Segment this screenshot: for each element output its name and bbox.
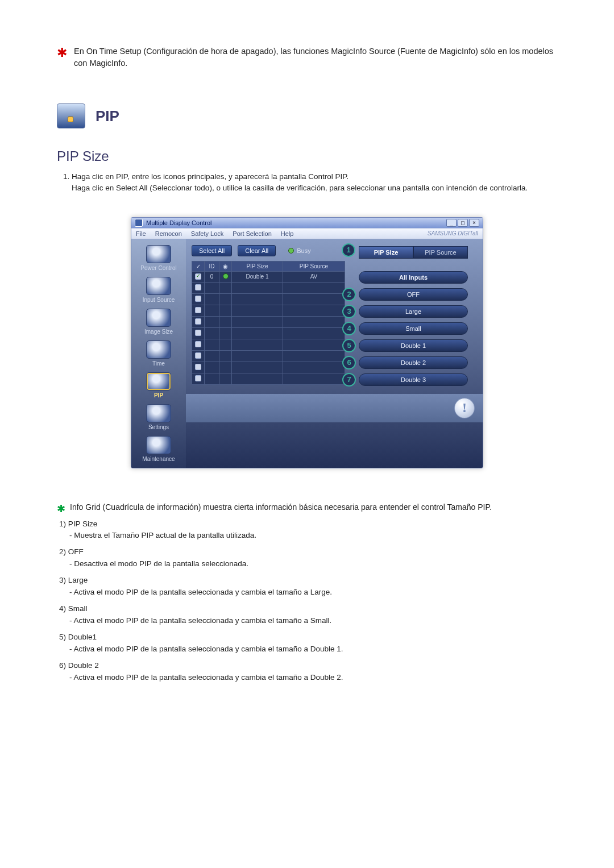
tab-pip-size[interactable]: PIP Size: [359, 246, 413, 259]
row-checkbox[interactable]: [195, 330, 201, 336]
sidebar-item-time[interactable]: Time: [136, 340, 181, 367]
row-pip-size: Double 1: [232, 271, 283, 282]
option-small[interactable]: 4 Small: [359, 322, 468, 335]
callout-2: 2: [342, 288, 356, 301]
heading-pip-text: PIP: [96, 107, 119, 125]
legend-desc: - Activa el modo PIP de la pantalla sele…: [59, 643, 557, 655]
sidebar-item-maintenance[interactable]: Maintenance: [136, 436, 181, 462]
legend-desc: - Activa el modo PIP de la pantalla sele…: [59, 587, 557, 599]
table-row[interactable]: [192, 305, 345, 316]
option-double2[interactable]: 6 Double 2: [359, 356, 468, 369]
alert-icon: !: [454, 398, 475, 418]
sidebar-label: Settings: [148, 424, 169, 430]
table-row[interactable]: [192, 282, 345, 293]
col-check: ✓: [192, 261, 205, 271]
option-off[interactable]: 2 OFF: [359, 288, 468, 301]
table-row[interactable]: [192, 350, 345, 362]
legend-desc: - Activa el modo PIP de la pantalla sele…: [59, 615, 557, 627]
option-label: Double 3: [401, 376, 426, 383]
busy-label: Busy: [297, 247, 310, 254]
sidebar-label: Input Source: [143, 297, 175, 303]
row-checkbox[interactable]: [195, 296, 201, 302]
busy-indicator: Busy: [288, 247, 310, 254]
maximize-button[interactable]: □: [458, 219, 468, 227]
info-grid: ✓ ID ◉ PIP Size PIP Source 0: [192, 261, 345, 385]
settings-icon: [146, 404, 171, 422]
table-row[interactable]: [192, 339, 345, 350]
option-label: Double 2: [401, 359, 426, 366]
sidebar-item-image-size[interactable]: Image Size: [136, 309, 181, 335]
table-row[interactable]: [192, 327, 345, 339]
table-row[interactable]: [192, 316, 345, 327]
menu-help[interactable]: Help: [281, 230, 294, 237]
option-double3[interactable]: 7 Double 3: [359, 373, 468, 386]
callout-1: 1: [342, 243, 355, 257]
legend-label: 4) Small: [59, 603, 557, 615]
close-button[interactable]: ×: [469, 219, 479, 227]
option-label: Small: [405, 325, 421, 332]
sidebar: Power Control Input Source Image Size Ti…: [131, 239, 186, 468]
sidebar-label: Maintenance: [142, 456, 175, 462]
row-checkbox[interactable]: [195, 273, 201, 280]
option-double1[interactable]: 5 Double 1: [359, 339, 468, 352]
heading-pip-size: PIP Size: [57, 148, 557, 164]
power-icon: [146, 245, 171, 263]
row-checkbox[interactable]: [195, 284, 201, 290]
clear-all-button[interactable]: Clear All: [238, 245, 276, 256]
top-note: ✱ En On Time Setup (Configuración de hor…: [57, 45, 557, 69]
option-label: OFF: [407, 291, 420, 298]
callout-6: 6: [342, 356, 356, 369]
intro-list: Haga clic en PIP, entre los iconos princ…: [57, 171, 557, 194]
sidebar-label: Time: [152, 360, 165, 367]
menu-file[interactable]: File: [136, 230, 146, 237]
maintenance-icon: [146, 436, 171, 454]
table-row[interactable]: [192, 373, 345, 384]
sidebar-item-power-control[interactable]: Power Control: [136, 245, 181, 271]
select-all-button[interactable]: Select All: [192, 245, 232, 256]
option-large[interactable]: 3 Large: [359, 305, 468, 318]
row-checkbox[interactable]: [195, 375, 201, 381]
menu-safety-lock[interactable]: Safety Lock: [191, 230, 223, 237]
intro-item: Haga clic en PIP, entre los iconos princ…: [72, 171, 557, 194]
callout-7: 7: [342, 373, 356, 387]
row-checkbox[interactable]: [195, 307, 201, 313]
sidebar-label: PIP: [154, 392, 163, 398]
row-checkbox[interactable]: [195, 364, 201, 370]
legend-label: 5) Double1: [59, 632, 557, 643]
sidebar-item-settings[interactable]: Settings: [136, 404, 181, 430]
input-icon: [146, 277, 171, 295]
tab-pip-source[interactable]: PIP Source: [413, 246, 468, 259]
table-row[interactable]: 0 Double 1 AV: [192, 271, 345, 282]
sidebar-item-input-source[interactable]: Input Source: [136, 277, 181, 303]
sidebar-label: Power Control: [140, 265, 176, 271]
status-dot-icon: [223, 273, 229, 279]
minimize-button[interactable]: _: [446, 219, 457, 227]
row-checkbox[interactable]: [195, 318, 201, 325]
sidebar-item-pip[interactable]: PIP: [136, 372, 181, 398]
row-checkbox[interactable]: [195, 341, 201, 347]
callout-5: 5: [342, 339, 356, 352]
table-row[interactable]: [192, 362, 345, 373]
callout-4: 4: [342, 322, 356, 335]
row-checkbox[interactable]: [195, 352, 201, 359]
menu-remocon[interactable]: Remocon: [155, 230, 182, 237]
legend-label: 1) PIP Size: [59, 518, 557, 530]
section-heading-pip: PIP: [57, 103, 557, 128]
legend-label: 6) Double 2: [59, 660, 557, 672]
col-pip-source: PIP Source: [283, 261, 345, 271]
menu-port-selection[interactable]: Port Selection: [233, 230, 271, 237]
info-note-text: Info Grid (Cuadrícula de información) mu…: [70, 502, 492, 515]
col-pip-size: PIP Size: [232, 261, 283, 271]
all-inputs-label: All Inputs: [359, 271, 468, 284]
toolbar: Select All Clear All Busy: [186, 239, 351, 256]
table-row[interactable]: [192, 293, 345, 305]
sidebar-label: Image Size: [144, 329, 173, 335]
info-note: ✱ Info Grid (Cuadrícula de información) …: [57, 502, 557, 515]
intro-line2: Haga clic en Select All (Seleccionar tod…: [72, 184, 528, 192]
time-icon: [146, 340, 171, 359]
main-column: Select All Clear All Busy ✓ ID: [186, 239, 483, 468]
legend-item-4: 4) Small - Activa el modo PIP de la pant…: [59, 603, 557, 627]
legend-list: 1) PIP Size - Muestra el Tamaño PIP actu…: [57, 518, 557, 684]
option-label: Large: [405, 308, 421, 315]
row-id: 0: [205, 271, 219, 282]
